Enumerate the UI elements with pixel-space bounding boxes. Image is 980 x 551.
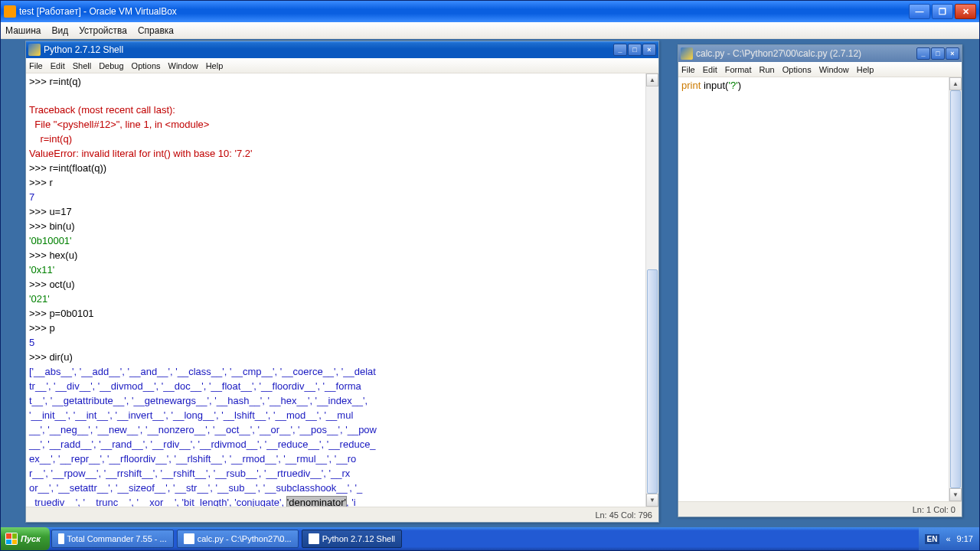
python-icon xyxy=(681,47,693,60)
menu-debug[interactable]: Debug xyxy=(99,61,123,70)
editor-titlebar[interactable]: calc.py - C:\Python27\00\calc.py (2.7.12… xyxy=(678,45,962,62)
shell-minimize-button[interactable]: _ xyxy=(613,44,627,56)
highlighted-denominator: 'denominator' xyxy=(286,496,347,507)
shell-titlebar[interactable]: Python 2.7.12 Shell _ □ × xyxy=(26,41,658,58)
language-indicator[interactable]: EN xyxy=(925,534,940,544)
menu-help[interactable]: Help xyxy=(206,61,224,70)
start-label: Пуск xyxy=(21,534,41,543)
menu-options[interactable]: Options xyxy=(132,61,161,70)
idle-editor-window: calc.py - C:\Python27\00\calc.py (2.7.12… xyxy=(678,44,962,517)
shell-cursor-pos: Ln: 45 Col: 796 xyxy=(595,510,652,520)
menu-help[interactable]: Help xyxy=(857,65,874,74)
vbox-titlebar[interactable]: test [Работает] - Oracle VM VirtualBox —… xyxy=(1,1,979,22)
taskbar: Пуск Total Commander 7.55 - ... calc.py … xyxy=(1,527,979,550)
shell-close-button[interactable]: × xyxy=(642,44,656,56)
idle-shell-window: Python 2.7.12 Shell _ □ × File Edit Shel… xyxy=(25,41,659,523)
start-button[interactable]: Пуск xyxy=(1,527,50,550)
shell-maximize-button[interactable]: □ xyxy=(628,44,642,56)
shell-statusbar: Ln: 45 Col: 796 xyxy=(26,507,658,522)
shell-menubar: File Edit Shell Debug Options Window Hel… xyxy=(26,58,658,73)
taskbar-item-totalcmd[interactable]: Total Commander 7.55 - ... xyxy=(51,530,174,548)
scrollbar-track[interactable] xyxy=(949,90,962,488)
menu-help[interactable]: Справка xyxy=(138,25,174,36)
editor-minimize-button[interactable]: _ xyxy=(916,47,930,60)
vbox-menubar: Машина Вид Устройства Справка xyxy=(1,22,979,39)
menu-window[interactable]: Window xyxy=(168,61,198,70)
shell-text[interactable]: >>> r=int(q) Traceback (most recent call… xyxy=(26,73,658,507)
editor-menubar: File Edit Format Run Options Window Help xyxy=(678,62,962,77)
menu-machine[interactable]: Машина xyxy=(5,25,41,36)
menu-window[interactable]: Window xyxy=(819,65,849,74)
close-button[interactable]: ✕ xyxy=(955,4,976,19)
python-icon xyxy=(28,44,41,56)
scrollbar-thumb[interactable] xyxy=(950,90,961,488)
scrollbar-thumb[interactable] xyxy=(647,269,658,494)
menu-format[interactable]: Format xyxy=(725,65,752,74)
editor-close-button[interactable]: × xyxy=(946,47,959,60)
menu-shell[interactable]: Shell xyxy=(73,61,91,70)
windows-logo-icon xyxy=(5,533,18,545)
scroll-up-button[interactable]: ▲ xyxy=(949,77,962,90)
menu-run[interactable]: Run xyxy=(760,65,775,74)
virtualbox-window: test [Работает] - Oracle VM VirtualBox —… xyxy=(0,0,980,551)
shell-title: Python 2.7.12 Shell xyxy=(44,44,613,55)
tray-chevron-icon[interactable]: « xyxy=(946,534,950,543)
app-icon xyxy=(58,533,64,544)
guest-desktop[interactable]: Python 2.7.12 Shell _ □ × File Edit Shel… xyxy=(1,39,979,527)
scroll-up-button[interactable]: ▲ xyxy=(646,73,658,86)
minimize-button[interactable]: — xyxy=(909,4,930,19)
shell-scrollbar[interactable]: ▲ ▼ xyxy=(645,73,658,507)
app-icon xyxy=(309,533,319,544)
scroll-down-button[interactable]: ▼ xyxy=(646,494,658,507)
editor-cursor-pos: Ln: 1 Col: 0 xyxy=(913,505,956,514)
editor-title: calc.py - C:\Python27\00\calc.py (2.7.12… xyxy=(696,48,916,59)
menu-view[interactable]: Вид xyxy=(51,25,68,36)
clock[interactable]: 9:17 xyxy=(957,534,973,543)
vbox-icon xyxy=(4,5,16,18)
editor-statusbar: Ln: 1 Col: 0 xyxy=(678,501,962,517)
menu-devices[interactable]: Устройства xyxy=(79,25,127,36)
taskbar-item-shell[interactable]: Python 2.7.12 Shell xyxy=(302,530,402,548)
scrollbar-track[interactable] xyxy=(646,86,658,494)
maximize-button[interactable]: ❐ xyxy=(932,4,953,19)
editor-scrollbar[interactable]: ▲ ▼ xyxy=(949,77,962,501)
editor-body[interactable]: print input('?') ▲ ▼ xyxy=(678,77,962,501)
menu-file[interactable]: File xyxy=(29,61,43,70)
taskbar-item-calcpy[interactable]: calc.py - C:\Python27\0... xyxy=(177,530,299,548)
scroll-down-button[interactable]: ▼ xyxy=(949,488,962,501)
shell-body[interactable]: >>> r=int(q) Traceback (most recent call… xyxy=(26,73,658,507)
system-tray: EN « 9:17 xyxy=(919,527,979,550)
menu-options[interactable]: Options xyxy=(782,65,812,74)
menu-edit[interactable]: Edit xyxy=(51,61,65,70)
editor-text[interactable]: print input('?') xyxy=(678,77,962,95)
menu-edit[interactable]: Edit xyxy=(703,65,717,74)
vbox-title: test [Работает] - Oracle VM VirtualBox xyxy=(19,6,909,17)
editor-maximize-button[interactable]: □ xyxy=(931,47,945,60)
app-icon xyxy=(184,533,194,544)
menu-file[interactable]: File xyxy=(681,65,695,74)
